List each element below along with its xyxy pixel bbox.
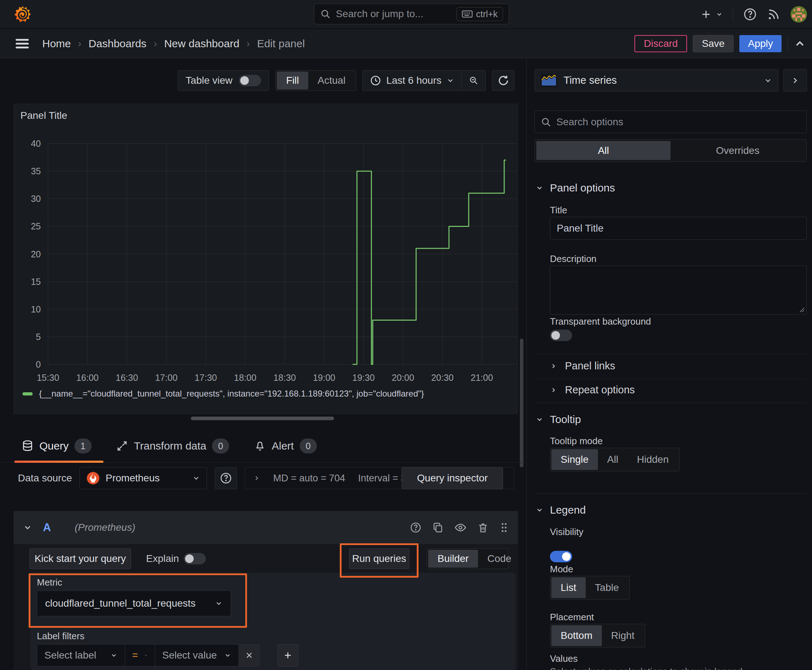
builder-option[interactable]: Builder	[428, 550, 478, 568]
query-toolbar: Kick start your query Explain Run querie…	[14, 548, 518, 569]
explain-toggle[interactable]	[184, 553, 206, 564]
x-tick-label: 17:30	[194, 372, 217, 382]
panel-links-section[interactable]: Panel links	[550, 360, 615, 372]
divider	[733, 7, 733, 22]
help-icon[interactable]	[743, 7, 757, 21]
discard-button[interactable]: Discard	[634, 35, 687, 52]
refresh-button[interactable]	[492, 70, 514, 91]
transparent-background-toggle[interactable]	[550, 330, 572, 341]
duplicate-query-icon[interactable]	[432, 522, 444, 533]
grafana-logo-icon[interactable]	[13, 5, 32, 24]
x-tick-label: 21:00	[471, 372, 493, 382]
time-series-panel[interactable]: Panel Title 051015202530354015:3016:0016…	[14, 104, 518, 414]
chevron-down-icon	[215, 599, 223, 607]
fill-option[interactable]: Fill	[277, 71, 308, 90]
legend-visibility-toggle[interactable]	[550, 551, 572, 562]
user-avatar[interactable]	[790, 6, 807, 22]
metric-select[interactable]: cloudflared_tunnel_total_requests	[37, 590, 231, 616]
tab-transform-data[interactable]: Transform data 0	[116, 430, 229, 462]
actual-option[interactable]: Actual	[308, 71, 355, 90]
search-placeholder: Search or jump to...	[336, 8, 451, 20]
add-filter-button[interactable]	[278, 644, 298, 667]
operator-dropdown[interactable]: =	[125, 644, 155, 667]
mode-list-option[interactable]: List	[551, 577, 586, 598]
legend-section-header[interactable]: Legend	[536, 504, 586, 516]
resize-handle-icon	[798, 306, 805, 313]
breadcrumb-separator: ›	[247, 38, 250, 49]
description-textarea[interactable]	[550, 266, 807, 315]
divider	[534, 493, 807, 494]
divider	[534, 379, 807, 379]
code-option[interactable]: Code	[478, 550, 520, 568]
query-inspector-button[interactable]: Query inspector	[402, 467, 503, 489]
zoom-out-button[interactable]	[462, 71, 485, 91]
panel-options-section-header[interactable]: Panel options	[536, 182, 615, 194]
tooltip-hidden-option[interactable]: Hidden	[627, 449, 678, 470]
y-tick-label: 5	[36, 332, 41, 342]
save-button[interactable]: Save	[693, 35, 734, 52]
label-filters-label: Label filters	[37, 631, 85, 642]
x-tick-label: 18:00	[234, 372, 257, 382]
tab-query[interactable]: Query 1	[22, 430, 92, 462]
remove-filter-button[interactable]	[239, 644, 259, 667]
x-tick-label: 17:00	[155, 372, 178, 382]
chevron-right-icon	[790, 76, 800, 85]
legend-placement-label: Placement	[550, 612, 594, 623]
tab-alert[interactable]: Alert 0	[254, 430, 317, 462]
legend-values-label: Values	[550, 653, 578, 664]
legend-mode-switch: List Table	[550, 576, 630, 599]
query-row-header[interactable]: A (Prometheus)	[14, 511, 518, 544]
transform-icon	[116, 440, 128, 452]
edit-panel-main: Table view Fill Actual Last 6 hours	[0, 58, 526, 670]
mode-table-option[interactable]: Table	[586, 577, 628, 598]
y-tick-label: 30	[31, 194, 41, 204]
query-builder: Metric cloudflared_tunnel_total_requests…	[31, 573, 515, 670]
datasource-picker[interactable]: Prometheus	[80, 467, 207, 489]
global-search-input[interactable]: Search or jump to... ctrl+k	[314, 3, 509, 24]
query-datasource-hint: (Prometheus)	[75, 522, 135, 533]
time-range-picker[interactable]: Last 6 hours	[363, 71, 461, 91]
delete-query-trash-icon[interactable]	[477, 522, 489, 533]
time-series-chart: 051015202530354015:3016:0016:3017:0017:3…	[14, 135, 519, 387]
placement-bottom-option[interactable]: Bottom	[551, 625, 602, 646]
table-view-toggle[interactable]	[239, 75, 261, 86]
query-editor-card: A (Prometheus) Kick start your query Exp…	[14, 511, 518, 670]
tooltip-all-option[interactable]: All	[598, 449, 627, 470]
panel-resize-handle[interactable]	[191, 416, 334, 420]
panel-view-toolbar: Table view Fill Actual Last 6 hours	[0, 70, 526, 91]
tooltip-single-option[interactable]: Single	[551, 449, 598, 470]
options-search-input[interactable]: Search options	[534, 111, 807, 133]
datasource-help-button[interactable]	[215, 467, 237, 489]
disable-query-eye-icon[interactable]	[454, 521, 466, 534]
placement-right-option[interactable]: Right	[602, 625, 644, 646]
all-option[interactable]: All	[536, 141, 671, 160]
collapse-options-button[interactable]	[783, 69, 807, 91]
query-help-icon[interactable]	[410, 522, 421, 533]
breadcrumb-dashboards[interactable]: Dashboards	[88, 37, 146, 50]
tab-alert-label: Alert	[272, 440, 294, 452]
chart-legend[interactable]: {__name__="cloudflared_tunnel_total_requ…	[22, 389, 424, 399]
select-label-dropdown[interactable]: Select label	[37, 644, 125, 667]
time-series-viz-icon	[541, 74, 557, 87]
add-new-button[interactable]	[700, 8, 723, 20]
collapse-chevron-up-icon[interactable]	[793, 37, 806, 50]
title-field-label: Title	[550, 205, 567, 216]
chevron-down-icon	[536, 184, 544, 192]
kick-start-button[interactable]: Kick start your query	[29, 548, 131, 569]
select-value-dropdown[interactable]: Select value	[155, 644, 239, 667]
legend-series-label: {__name__="cloudflared_tunnel_total_requ…	[39, 389, 424, 399]
overrides-option[interactable]: Overrides	[671, 141, 805, 160]
breadcrumb-home[interactable]: Home	[42, 37, 71, 50]
tooltip-section-header[interactable]: Tooltip	[536, 413, 581, 426]
drag-handle-icon[interactable]	[500, 521, 509, 534]
chevron-down-icon	[536, 416, 544, 423]
panel-title-input[interactable]	[550, 217, 807, 240]
run-queries-button[interactable]: Run queries	[349, 548, 409, 569]
repeat-options-section[interactable]: Repeat options	[550, 384, 635, 396]
apply-button[interactable]: Apply	[739, 35, 781, 52]
breadcrumb-new-dashboard[interactable]: New dashboard	[164, 37, 239, 50]
news-rss-icon[interactable]	[767, 7, 780, 21]
visualization-picker[interactable]: Time series	[534, 69, 778, 91]
menu-hamburger-icon[interactable]	[15, 37, 29, 50]
transparent-background-label: Transparent background	[550, 316, 651, 327]
